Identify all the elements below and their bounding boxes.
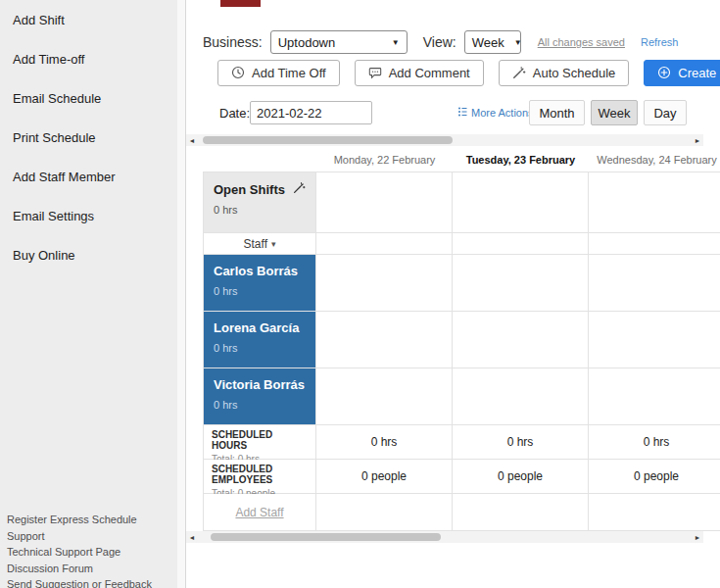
view-month-button[interactable]: Month — [529, 100, 585, 125]
more-actions-link[interactable]: More Actions — [458, 107, 534, 119]
sidebar-item-email-settings[interactable]: Email Settings — [0, 196, 185, 235]
date-input[interactable] — [250, 101, 372, 124]
business-select-value: Uptodown — [278, 35, 336, 50]
scheduled-hours-label: SCHEDULED HOURS — [212, 429, 308, 451]
staff-name: Lorena García — [214, 320, 306, 335]
sidebar-item-email-schedule[interactable]: Email Schedule — [0, 78, 185, 118]
day-header-wednesday: Wednesday, 24 February — [589, 149, 720, 172]
sidebar-item-label: Add Staff Member — [13, 170, 116, 184]
chevron-down-icon: ▼ — [392, 38, 400, 47]
schedule-cell[interactable] — [589, 255, 720, 312]
schedule-cell[interactable] — [316, 172, 453, 233]
sidebar-item-label: Email Schedule — [13, 91, 101, 106]
footer-link-support[interactable]: Support — [7, 528, 173, 545]
sidebar-scrollbar[interactable] — [177, 0, 185, 588]
schedule-cell[interactable] — [589, 312, 720, 368]
schedule-cell[interactable] — [316, 494, 453, 531]
scheduled-employees-value: 0 people — [453, 460, 589, 494]
scheduled-hours-value: 0 hrs — [316, 425, 453, 460]
schedule-grid: Monday, 22 February Tuesday, 23 February… — [203, 149, 720, 531]
business-label: Business: — [203, 34, 263, 50]
business-view-bar: Business: Uptodown ▼ View: Week ▼ All ch… — [203, 28, 716, 56]
open-shifts-header-cell[interactable]: Open Shifts 0 hrs — [203, 172, 316, 233]
scroll-left-arrow-icon[interactable]: ◄ — [186, 134, 198, 146]
schedule-app-window: Add Shift Add Time-off Email Schedule Pr… — [0, 0, 720, 588]
schedule-cell[interactable] — [453, 312, 589, 368]
footer-link-discussion-forum[interactable]: Discussion Forum — [7, 561, 173, 577]
add-staff-cell: Add Staff — [203, 494, 316, 531]
bottom-horizontal-scrollbar[interactable]: ◄ ► — [186, 531, 703, 543]
add-comment-button[interactable]: Add Comment — [355, 60, 484, 86]
view-select[interactable]: Week ▼ — [464, 30, 521, 54]
create-shift-button[interactable]: Create Shift — [644, 60, 720, 86]
footer-link-register[interactable]: Register Express Schedule — [7, 512, 173, 528]
refresh-link[interactable]: Refresh — [641, 36, 679, 48]
add-staff-link[interactable]: Add Staff — [235, 506, 283, 519]
staff-header-row: Staff ▾ — [203, 233, 720, 255]
view-month-label: Month — [539, 106, 574, 121]
business-select[interactable]: Uptodown ▼ — [270, 30, 408, 54]
view-label: View: — [423, 34, 456, 50]
schedule-cell[interactable] — [589, 233, 720, 255]
schedule-cell[interactable] — [453, 494, 589, 531]
schedule-cell[interactable] — [316, 368, 453, 425]
sidebar-item-buy-online[interactable]: Buy Online — [0, 235, 185, 274]
staff-sort-header[interactable]: Staff ▾ — [203, 233, 316, 255]
more-actions-label: More Actions — [471, 107, 534, 119]
footer-link-technical-support[interactable]: Technical Support Page — [7, 544, 173, 561]
staff-hours: 0 hrs — [214, 399, 306, 411]
staff-member-cell[interactable]: Victoria Borrás 0 hrs — [203, 368, 316, 425]
scheduled-hours-header-cell: SCHEDULED HOURS Total: 0 hrs — [203, 425, 316, 460]
staff-member-cell[interactable]: Lorena García 0 hrs — [203, 312, 316, 368]
sidebar-item-label: Buy Online — [13, 248, 75, 263]
scroll-right-arrow-icon[interactable]: ► — [692, 134, 703, 146]
plus-circle-icon — [657, 66, 671, 79]
scrollbar-thumb[interactable] — [211, 533, 441, 541]
sidebar-item-label: Add Shift — [13, 13, 65, 27]
footer-link-send-suggestion[interactable]: Send Suggestion or Feedback — [7, 576, 173, 588]
schedule-cell[interactable] — [316, 255, 453, 312]
schedule-cell[interactable] — [589, 494, 720, 531]
auto-schedule-button[interactable]: Auto Schedule — [499, 60, 630, 86]
staff-hours: 0 hrs — [214, 285, 306, 297]
sidebar-item-add-time-off[interactable]: Add Time-off — [0, 39, 185, 78]
chevron-down-icon: ▼ — [514, 38, 522, 47]
top-horizontal-scrollbar[interactable]: ◄ ► — [186, 134, 703, 146]
schedule-cell[interactable] — [316, 233, 453, 255]
view-week-button[interactable]: Week — [591, 100, 638, 125]
day-header-tuesday: Tuesday, 23 February — [453, 149, 589, 172]
sort-arrow-icon: ▾ — [271, 239, 276, 249]
staff-name: Carlos Borrás — [214, 264, 306, 278]
magic-wand-icon — [512, 66, 526, 79]
schedule-cell[interactable] — [453, 233, 589, 255]
schedule-cell[interactable] — [316, 312, 453, 368]
staff-row: Lorena García 0 hrs — [203, 312, 720, 368]
sidebar-item-print-schedule[interactable]: Print Schedule — [0, 118, 185, 157]
schedule-cell[interactable] — [453, 368, 589, 425]
sidebar-item-label: Add Time-off — [13, 52, 84, 67]
add-staff-row: Add Staff — [203, 494, 720, 531]
auto-schedule-label: Auto Schedule — [533, 66, 616, 80]
scheduled-hours-row: SCHEDULED HOURS Total: 0 hrs 0 hrs 0 hrs… — [203, 425, 720, 460]
schedule-cell[interactable] — [453, 172, 589, 233]
schedule-cell[interactable] — [589, 368, 720, 425]
view-week-label: Week — [599, 106, 631, 121]
clipped-toolbar-fragment — [220, 0, 261, 7]
magic-wand-icon[interactable] — [293, 181, 306, 197]
schedule-cell[interactable] — [453, 255, 589, 312]
sidebar-item-add-staff-member[interactable]: Add Staff Member — [0, 157, 185, 196]
staff-row: Carlos Borrás 0 hrs — [203, 255, 720, 312]
scheduled-employees-label: SCHEDULED EMPLOYEES — [212, 464, 308, 485]
sidebar-item-add-shift[interactable]: Add Shift — [0, 0, 185, 39]
scrollbar-thumb[interactable] — [203, 136, 453, 144]
view-day-button[interactable]: Day — [644, 100, 687, 125]
schedule-cell[interactable] — [589, 172, 720, 233]
add-time-off-button[interactable]: Add Time Off — [217, 60, 340, 86]
date-label: Date: — [219, 106, 250, 121]
open-shifts-label: Open Shifts — [214, 182, 285, 197]
scroll-left-arrow-icon[interactable]: ◄ — [186, 531, 198, 543]
scheduled-employees-row: SCHEDULED EMPLOYEES Total: 0 people 0 pe… — [203, 460, 720, 494]
scroll-right-arrow-icon[interactable]: ► — [692, 531, 703, 543]
staff-member-cell[interactable]: Carlos Borrás 0 hrs — [203, 255, 316, 312]
scheduled-employees-header-cell: SCHEDULED EMPLOYEES Total: 0 people — [203, 460, 316, 494]
